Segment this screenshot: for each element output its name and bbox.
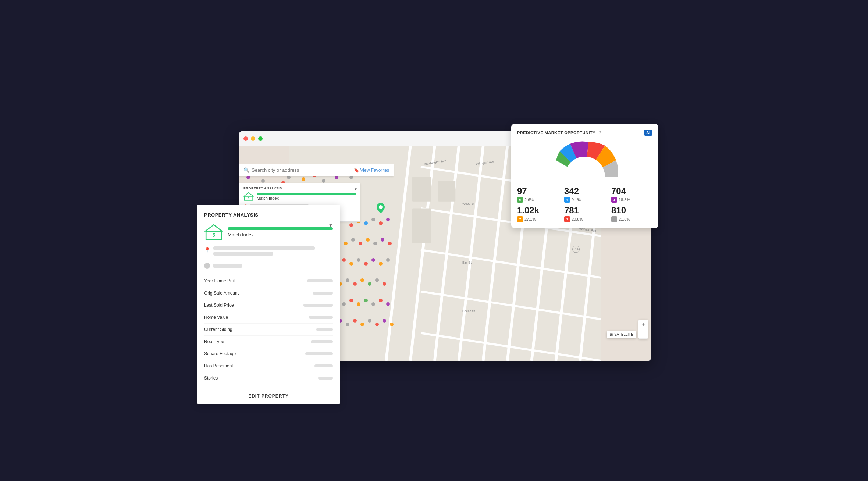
- field-label: Current Siding: [204, 327, 232, 332]
- stat-number: 704: [611, 186, 652, 196]
- screen-container: Washington Ave Arlington Ave Duquesne Av…: [217, 120, 651, 361]
- field-label: Last Sold Price: [204, 303, 234, 308]
- stat-item: 342 4 9.1%: [564, 186, 605, 203]
- pmo-card: PREDICTIVE MARKET OPPORTUNITY ? AI: [511, 124, 658, 228]
- field-row: Home Value: [204, 311, 333, 324]
- stat-badge: 4: [564, 197, 570, 203]
- stat-pct: 2.6%: [524, 197, 534, 202]
- svg-rect-27: [438, 181, 455, 202]
- field-value-bar: [313, 292, 333, 295]
- stat-pct: 18.8%: [619, 197, 630, 202]
- stat-detail: 5 2.6%: [517, 197, 558, 203]
- edit-property-button[interactable]: EDIT PROPERTY: [197, 388, 340, 404]
- stat-number: 810: [611, 206, 652, 215]
- satellite-button[interactable]: ⊞ SATELLITE: [607, 331, 636, 338]
- pmo-title: PREDICTIVE MARKET OPPORTUNITY: [517, 131, 595, 135]
- search-icon: 🔍: [243, 167, 249, 173]
- match-label-small: Match Index: [257, 196, 356, 200]
- stat-detail: 4 9.1%: [564, 197, 605, 203]
- field-label: Home Value: [204, 315, 228, 320]
- house-icon-small: 5: [243, 192, 254, 202]
- svg-text:Wood St: Wood St: [462, 202, 474, 206]
- ai-badge: AI: [644, 130, 652, 136]
- field-value-bar: [316, 328, 333, 331]
- stat-number: 342: [564, 186, 605, 196]
- svg-rect-26: [412, 209, 431, 243]
- view-favorites-link[interactable]: 🔖 View Favorites: [354, 168, 389, 173]
- stat-detail: 21.6%: [611, 216, 652, 222]
- pmo-chart: [548, 140, 622, 181]
- field-row: Square Footage: [204, 348, 333, 360]
- status-section: [204, 263, 333, 269]
- field-row: Current Siding: [204, 324, 333, 336]
- field-value-bar: [309, 316, 333, 319]
- match-row-large: 5 Match Index ▼: [204, 223, 333, 242]
- match-info: Match Index: [228, 227, 333, 238]
- field-label: Orig Sale Amount: [204, 291, 239, 296]
- field-row: Last Sold Price: [204, 299, 333, 311]
- status-bar-large: [213, 264, 242, 268]
- stat-item: 704 3 18.8%: [611, 186, 652, 203]
- match-row-small: 5 Match Index ▼: [243, 192, 356, 202]
- satellite-icon: ⊞: [610, 332, 613, 336]
- field-value-bar: [305, 352, 333, 355]
- view-favorites-label: View Favorites: [360, 168, 389, 173]
- location-icon: 📍: [204, 247, 210, 253]
- browser-close-dot: [243, 136, 248, 141]
- svg-rect-36: [550, 177, 620, 177]
- field-row: Year Home Built: [204, 275, 333, 287]
- stat-item: 781 1 20.8%: [564, 206, 605, 222]
- svg-marker-29: [244, 193, 253, 196]
- property-card-large: PROPERTY ANALYSIS 5 Match Index ▼ 📍: [197, 205, 340, 404]
- field-value-bar: [303, 304, 333, 307]
- pmo-title-group: PREDICTIVE MARKET OPPORTUNITY ?: [517, 130, 601, 135]
- svg-text:5: 5: [248, 197, 249, 200]
- field-label: Stories: [204, 375, 218, 381]
- browser-fullscreen-dot: [258, 136, 263, 141]
- stat-pct: 9.1%: [572, 197, 581, 202]
- address-bar-2: [213, 252, 273, 256]
- question-icon[interactable]: ?: [598, 130, 601, 135]
- field-row: Orig Sale Amount: [204, 287, 333, 299]
- search-bar: 🔍 🔖 View Favorites: [239, 164, 394, 176]
- stat-pct: 27.1%: [524, 217, 536, 221]
- field-value-bar: [307, 279, 333, 282]
- stat-detail: 2 27.1%: [517, 216, 558, 222]
- match-label-large: Match Index: [228, 232, 333, 238]
- zoom-in-button[interactable]: +: [638, 320, 648, 329]
- stat-item: 810 21.6%: [611, 206, 652, 222]
- property-analysis-label-small: PROPERTY ANALYSIS: [243, 186, 356, 190]
- zoom-out-button[interactable]: −: [638, 329, 648, 339]
- svg-text:Beech St: Beech St: [462, 309, 475, 313]
- match-bar-large: [228, 227, 333, 230]
- svg-marker-32: [205, 225, 222, 231]
- stat-item: 97 5 2.6%: [517, 186, 558, 203]
- svg-text:5: 5: [212, 232, 215, 238]
- browser-minimize-dot: [251, 136, 255, 141]
- svg-rect-25: [412, 177, 431, 202]
- field-label: Year Home Built: [204, 278, 236, 284]
- pmo-header: PREDICTIVE MARKET OPPORTUNITY ? AI: [517, 130, 652, 136]
- search-input-wrapper: 🔍: [243, 167, 354, 173]
- field-value-bar: [314, 364, 333, 367]
- map-pin: [377, 203, 385, 215]
- stat-number: 97: [517, 186, 558, 196]
- field-row: Stories: [204, 372, 333, 384]
- address-bars: [213, 246, 333, 256]
- field-label: Roof Type: [204, 339, 224, 344]
- house-icon-large: 5: [204, 223, 223, 242]
- status-circle: [204, 263, 210, 269]
- bookmark-icon: 🔖: [354, 168, 359, 173]
- search-input[interactable]: [252, 167, 310, 173]
- stat-pct: 21.6%: [619, 217, 630, 221]
- dropdown-arrow-small: ▼: [354, 187, 357, 191]
- stat-number: 1.02k: [517, 206, 558, 215]
- field-label: Has Basement: [204, 363, 233, 368]
- map-controls: + −: [638, 320, 648, 339]
- stat-badge: [611, 216, 617, 222]
- svg-point-28: [379, 205, 383, 209]
- stat-detail: 1 20.8%: [564, 216, 605, 222]
- stat-badge: 3: [611, 197, 617, 203]
- field-value-bar: [318, 377, 333, 380]
- property-analysis-title: PROPERTY ANALYSIS: [204, 212, 333, 218]
